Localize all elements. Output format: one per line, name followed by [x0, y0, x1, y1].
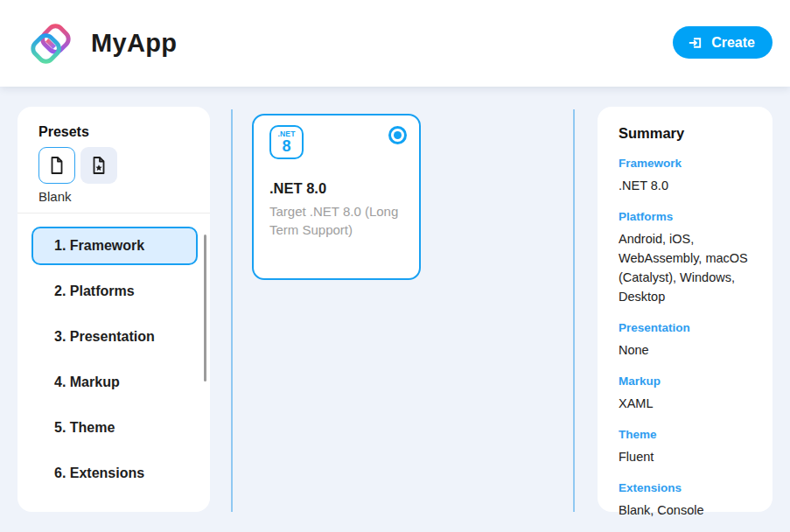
create-button[interactable]: Create — [673, 26, 773, 59]
create-button-label: Create — [711, 35, 755, 51]
step-platforms[interactable]: 2. Platforms — [31, 272, 198, 311]
step-presentation[interactable]: 3. Presentation — [31, 318, 198, 356]
summary-section-framework: Framework .NET 8.0 — [619, 157, 752, 195]
step-label: 4. Markup — [54, 374, 120, 390]
badge-text-net: .NET — [277, 130, 295, 138]
step-label: 1. Framework — [54, 238, 144, 254]
summary-value: Fluent — [619, 447, 752, 466]
wizard-sidebar: Presets Blank 1. Framework 2. Platforms … — [17, 107, 210, 512]
summary-panel: Summary Framework .NET 8.0 Platforms And… — [598, 107, 773, 512]
preset-template-button[interactable] — [80, 147, 117, 184]
preset-blank-button[interactable] — [38, 147, 75, 184]
framework-card-subtitle: Target .NET 8.0 (Long Term Support) — [269, 202, 409, 239]
framework-card-title: .NET 8.0 — [269, 180, 326, 197]
step-label: 6. Extensions — [54, 466, 144, 481]
blank-document-icon — [46, 155, 67, 176]
summary-section-markup: Markup XAML — [619, 374, 752, 413]
presets-heading: Presets — [38, 124, 89, 140]
starred-document-icon — [88, 155, 109, 176]
summary-section-presentation: Presentation None — [619, 321, 752, 360]
framework-option-card[interactable]: .NET 8 .NET 8.0 Target .NET 8.0 (Long Te… — [252, 114, 421, 280]
summary-label: Presentation — [619, 321, 752, 334]
summary-section-extensions: Extensions Blank, Console — [619, 481, 752, 520]
summary-label: Extensions — [619, 481, 752, 494]
summary-section-theme: Theme Fluent — [619, 428, 752, 466]
step-label: 2. Platforms — [54, 284, 135, 299]
step-label: 5. Theme — [54, 420, 115, 436]
enter-arrow-icon — [687, 34, 703, 51]
page-title: MyApp — [91, 29, 177, 58]
summary-value: Blank, Console — [619, 500, 752, 520]
step-theme[interactable]: 5. Theme — [31, 409, 198, 447]
summary-value: XAML — [619, 394, 752, 413]
summary-section-platforms: Platforms Android, iOS, WebAssembly, mac… — [619, 210, 752, 306]
summary-label: Markup — [619, 374, 752, 388]
app-logo-icon — [28, 21, 73, 66]
summary-label: Framework — [619, 157, 752, 170]
step-markup[interactable]: 4. Markup — [31, 363, 198, 402]
summary-heading: Summary — [619, 125, 752, 142]
app-header: MyApp Create — [0, 0, 790, 87]
step-framework[interactable]: 1. Framework — [31, 227, 198, 265]
sidebar-divider — [17, 213, 210, 214]
preset-selected-label: Blank — [38, 189, 72, 204]
summary-value: .NET 8.0 — [619, 176, 752, 195]
summary-label: Platforms — [619, 210, 752, 223]
divider-left — [231, 109, 233, 512]
step-extensions[interactable]: 6. Extensions — [31, 454, 198, 493]
preset-options — [38, 147, 117, 184]
summary-value: Android, iOS, WebAssembly, macOS (Cataly… — [619, 229, 752, 306]
summary-value: None — [619, 340, 752, 360]
summary-label: Theme — [619, 428, 752, 441]
dotnet-8-badge-icon: .NET 8 — [269, 125, 304, 159]
badge-text-8: 8 — [282, 138, 290, 154]
steps-scrollbar[interactable] — [204, 234, 206, 382]
divider-right — [573, 109, 575, 512]
step-label: 3. Presentation — [54, 329, 155, 345]
radio-dot — [394, 131, 402, 139]
framework-radio-selected[interactable] — [388, 126, 407, 144]
